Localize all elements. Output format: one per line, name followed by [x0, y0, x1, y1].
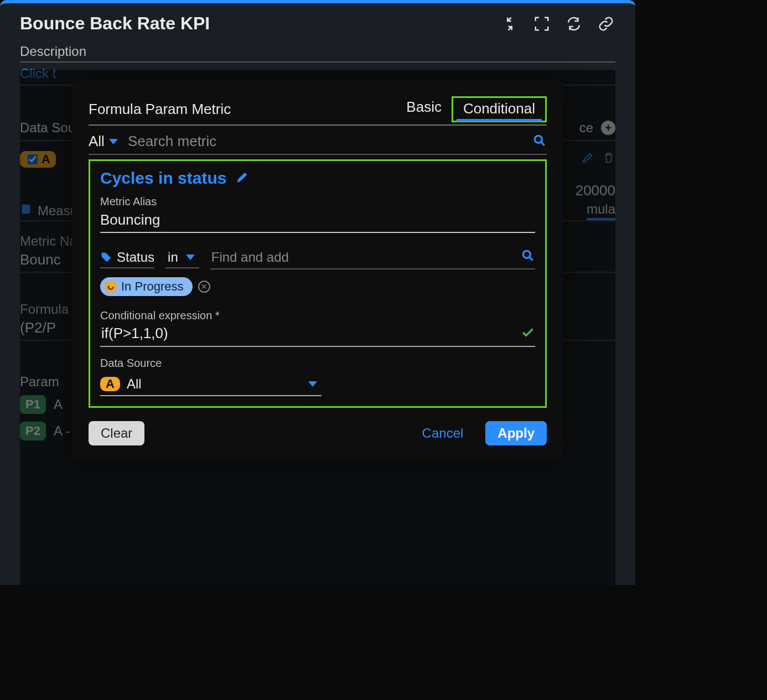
filter-value-search	[210, 248, 535, 269]
scope-dropdown[interactable]: All	[89, 133, 118, 150]
tab-conditional[interactable]: Conditional	[452, 96, 547, 122]
scope-dropdown-label: All	[89, 133, 105, 150]
expression-input[interactable]	[100, 324, 521, 343]
selected-filter-values: In Progress ✕	[100, 277, 535, 296]
modal-title: Formula Param Metric	[89, 101, 396, 118]
metric-title-row: Cycles in status	[100, 169, 535, 188]
kpi-editor-window: Bounce Back Rate KPI Description Click t…	[0, 0, 635, 585]
header: Bounce Back Rate KPI	[0, 3, 635, 40]
tab-basic[interactable]: Basic	[396, 96, 452, 122]
metric-title[interactable]: Cycles in status	[100, 169, 226, 188]
datasource-select-label: All	[127, 376, 142, 392]
search-icon[interactable]	[521, 248, 535, 266]
datasource-chip: A	[100, 377, 120, 391]
filter-row: Status in	[100, 248, 535, 269]
refresh-icon[interactable]	[564, 14, 583, 33]
valid-check-icon	[521, 325, 535, 342]
filter-operator[interactable]: in	[165, 250, 199, 268]
expression-row	[100, 324, 535, 347]
tag-icon	[100, 251, 112, 263]
description-label: Description	[20, 44, 615, 63]
svg-point-1	[535, 136, 542, 143]
modal-header: Formula Param Metric Basic Conditional	[89, 96, 547, 126]
header-actions	[500, 14, 615, 33]
modal-actions: Clear Cancel Apply	[89, 421, 547, 445]
filter-operator-label: in	[168, 250, 178, 265]
filter-field-label: Status	[117, 250, 154, 265]
metric-search-row: All	[89, 132, 547, 155]
edit-metric-icon[interactable]	[235, 170, 250, 186]
chevron-down-icon	[186, 255, 195, 260]
filter-value-chip[interactable]: In Progress	[100, 277, 193, 296]
expression-label: Conditional expression *	[100, 309, 535, 322]
chevron-down-icon	[109, 139, 118, 144]
filter-value-chip-label: In Progress	[121, 279, 184, 294]
apply-button[interactable]: Apply	[485, 421, 547, 445]
formula-param-modal: Formula Param Metric Basic Conditional A…	[72, 81, 563, 460]
search-icon[interactable]	[532, 133, 547, 150]
conditional-config-panel: Cycles in status Metric Alias Bouncing S…	[89, 159, 547, 408]
svg-point-2	[523, 251, 530, 258]
cancel-button[interactable]: Cancel	[410, 421, 476, 445]
datasource-select[interactable]: A All	[100, 373, 322, 396]
clear-button[interactable]: Clear	[89, 421, 144, 445]
page-title: Bounce Back Rate KPI	[20, 13, 500, 34]
alias-input[interactable]: Bouncing	[100, 208, 535, 233]
link-icon[interactable]	[597, 14, 615, 33]
status-icon	[105, 281, 117, 293]
collapse-icon[interactable]	[500, 14, 519, 33]
alias-label: Metric Alias	[100, 195, 535, 208]
chevron-down-icon	[308, 381, 317, 387]
filter-field[interactable]: Status	[100, 250, 154, 268]
datasource-label: Data Source	[100, 357, 535, 370]
search-metric-input[interactable]	[127, 132, 524, 151]
modal-tabs: Basic Conditional	[396, 96, 547, 122]
fullscreen-icon[interactable]	[532, 14, 551, 33]
remove-chip-button[interactable]: ✕	[198, 281, 210, 293]
filter-value-input[interactable]	[210, 249, 521, 266]
